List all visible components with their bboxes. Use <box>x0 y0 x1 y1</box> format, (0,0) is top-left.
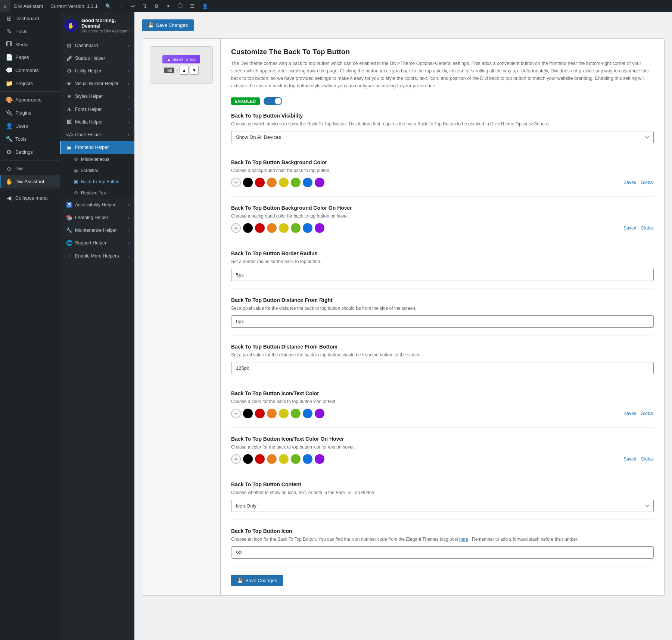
admin-bar-site[interactable]: Divi Assistant <box>10 0 47 12</box>
sidebar-item-plugins[interactable]: 🔌Plugins <box>0 106 60 119</box>
da-menu-item-code[interactable]: </>Code Helper › <box>60 128 134 141</box>
color-purple[interactable] <box>315 178 324 187</box>
admin-bar-user[interactable]: 👤 <box>198 0 212 12</box>
content-desc: Choose whether to show an icon, text, or… <box>231 489 654 496</box>
da-menu-item-styles[interactable]: ≡Styles Helper › <box>60 90 134 103</box>
color-blue[interactable] <box>303 178 312 187</box>
chevron-right-icon: › <box>128 146 129 150</box>
enable-toggle[interactable] <box>264 97 282 105</box>
color-red[interactable] <box>255 178 265 187</box>
sidebar-item-media[interactable]: 🎞Media <box>0 38 60 51</box>
admin-bar-list[interactable]: ☰ <box>186 0 198 12</box>
sidebar-item-comments[interactable]: 💬Comments <box>0 64 60 77</box>
color-yellow-icon-hover[interactable] <box>279 454 289 464</box>
sidebar-item-collapse[interactable]: ◀Collapse menu <box>0 191 60 205</box>
sidebar-item-dashboard[interactable]: ⊞Dashboard <box>0 12 60 25</box>
chevron-right-icon: › <box>128 120 129 124</box>
color-blue-icon[interactable] <box>303 409 312 418</box>
custom-color-swatch[interactable]: ✏ <box>231 178 241 187</box>
color-yellow-icon[interactable] <box>279 409 289 418</box>
color-orange-hover[interactable] <box>267 223 277 233</box>
color-red-icon-hover[interactable] <box>255 454 265 464</box>
admin-bar-migrate[interactable]: ⇅ <box>139 0 150 12</box>
sidebar-item-appearance[interactable]: 🎨Appearance <box>0 93 60 106</box>
admin-bar-divi[interactable]: ✦ <box>162 0 174 12</box>
preview-box: ▲ Scroll To Top Top ↑ ▲ ▼ <box>150 46 213 84</box>
da-menu-item-accessibility[interactable]: ♿Accessibility Helper › <box>60 199 134 211</box>
distance-right-input[interactable] <box>231 315 654 328</box>
admin-bar-new[interactable]: ＋ <box>115 0 127 12</box>
color-purple-hover[interactable] <box>315 223 324 233</box>
sidebar-item-users[interactable]: 👤Users <box>0 119 60 132</box>
da-menu-item-startup[interactable]: 🚀Startup Helper › <box>60 52 134 65</box>
color-green[interactable] <box>291 178 301 187</box>
da-menu-item-learning[interactable]: 📚Learning Helper › <box>60 211 134 224</box>
enable-more-icon: ＋ <box>66 253 72 259</box>
setting-icon-text-color-hover: Back To Top Button Icon/Text Color On Ho… <box>231 436 654 473</box>
sidebar-item-pages[interactable]: 📄Pages <box>0 51 60 64</box>
da-menu-item-maintenance[interactable]: 🔧Maintenance Helper › <box>60 224 134 237</box>
border-radius-input[interactable] <box>231 269 654 281</box>
color-red-hover[interactable] <box>255 223 265 233</box>
color-orange-icon[interactable] <box>267 409 277 418</box>
da-sub-item-misc[interactable]: ⚙ Miscellaneous <box>60 154 134 165</box>
bg-color-hover-palette: ✏ <box>231 223 324 233</box>
admin-bar-help[interactable]: ⓘ <box>174 0 186 12</box>
icon-input[interactable] <box>231 546 654 559</box>
distance-bottom-input[interactable] <box>231 362 654 374</box>
save-button-top[interactable]: 💾 Save Changes <box>142 19 194 31</box>
visibility-select[interactable]: Show On All Devices Desktop Only Mobile … <box>231 131 654 143</box>
color-black[interactable] <box>243 178 253 187</box>
da-sub-item-replace-text[interactable]: ⚙ Replace Text <box>60 187 134 199</box>
da-menu-item-frontend[interactable]: ▣Frontend Helper › <box>60 141 134 154</box>
utility-icon: ⚙ <box>66 68 72 74</box>
color-green-icon[interactable] <box>291 409 301 418</box>
sidebar-item-projects[interactable]: 📁Projects <box>0 77 60 90</box>
color-purple-icon[interactable] <box>315 409 324 418</box>
color-yellow-hover[interactable] <box>279 223 289 233</box>
color-orange-icon-hover[interactable] <box>267 454 277 464</box>
chevron-right-icon: › <box>128 69 129 73</box>
content-select[interactable]: Icon Only Text Only Icon and Text <box>231 500 654 512</box>
preview-icon-btns: ▲ ▼ <box>180 66 199 75</box>
sidebar-menu: ⊞Dashboard ✎Posts 🎞Media 📄Pages 💬Comment… <box>0 12 60 205</box>
admin-bar-wp[interactable]: ⌂ <box>0 0 10 12</box>
sidebar-item-posts[interactable]: ✎Posts <box>0 25 60 38</box>
da-menu-item-enable-more[interactable]: ＋Enable More Helpers › <box>60 249 134 263</box>
custom-color-swatch-icon-hover[interactable]: ✏ <box>231 454 241 464</box>
save-button-bottom[interactable]: 💾 Save Changes <box>231 575 283 586</box>
misc-icon: ⚙ <box>74 157 78 162</box>
color-red-icon[interactable] <box>255 409 265 418</box>
preview-btn-down[interactable]: ▼ <box>190 66 199 75</box>
da-sub-item-scrollbar[interactable]: ◎ Scrollbar <box>60 165 134 176</box>
color-green-hover[interactable] <box>291 223 301 233</box>
da-menu-item-dashboard[interactable]: ⊞Dashboard › <box>60 39 134 52</box>
color-yellow[interactable] <box>279 178 289 187</box>
icon-desc-link[interactable]: here <box>459 537 468 542</box>
sidebar-item-divi[interactable]: ◇Divi <box>0 162 60 175</box>
color-purple-icon-hover[interactable] <box>315 454 324 464</box>
color-black-icon[interactable] <box>243 409 253 418</box>
sidebar-item-settings[interactable]: ⚙Settings <box>0 146 60 159</box>
da-sub-item-back-to-top[interactable]: ▣ Back To Top Button <box>60 176 134 187</box>
color-blue-icon-hover[interactable] <box>303 454 312 464</box>
color-black-icon-hover[interactable] <box>243 454 253 464</box>
sidebar-item-divi-assistant[interactable]: ✋Divi Assistant <box>0 175 60 188</box>
da-menu-item-visual[interactable]: 👁Visual Builder Helper › <box>60 77 134 90</box>
da-menu-item-media[interactable]: 🖼Media Helper › <box>60 116 134 128</box>
admin-bar-search[interactable]: 🔍 <box>102 0 115 12</box>
sidebar-item-tools[interactable]: 🔧Tools <box>0 132 60 146</box>
settings-title: Customize The Back To Top Button <box>231 48 654 56</box>
da-menu-item-fonts[interactable]: 𝐀Fonts Helper › <box>60 103 134 116</box>
color-orange[interactable] <box>267 178 277 187</box>
color-green-icon-hover[interactable] <box>291 454 301 464</box>
color-black-hover[interactable] <box>243 223 253 233</box>
custom-color-swatch-icon[interactable]: ✏ <box>231 409 241 418</box>
preview-btn-up[interactable]: ▲ <box>180 66 189 75</box>
color-blue-hover[interactable] <box>303 223 312 233</box>
admin-bar-undo[interactable]: ↩ <box>127 0 139 12</box>
admin-bar-settings[interactable]: ⚙ <box>150 0 162 12</box>
da-menu-item-support[interactable]: 🌐Support Helper › <box>60 237 134 249</box>
da-menu-item-utility[interactable]: ⚙Utility Helper › <box>60 65 134 77</box>
custom-color-swatch-hover[interactable]: ✏ <box>231 223 241 233</box>
